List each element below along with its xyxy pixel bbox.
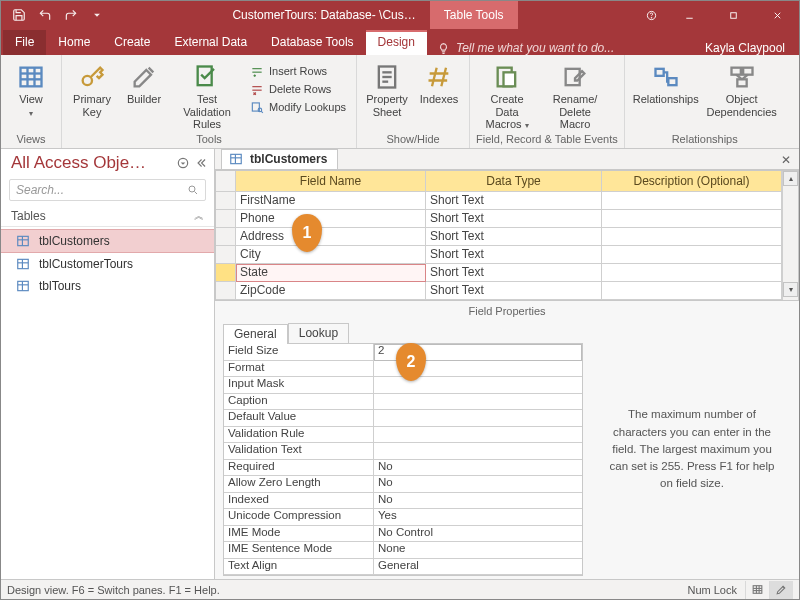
tab-create[interactable]: Create [102,30,162,55]
property-row[interactable]: Allow Zero LengthNo [224,476,582,493]
field-name-cell[interactable]: City [236,246,426,264]
property-value[interactable]: General [374,559,582,576]
object-dependencies-button[interactable]: Object Dependencies [705,61,779,118]
data-type-cell[interactable]: Short Text [426,228,602,246]
rename-delete-macro-button[interactable]: Rename/ Delete Macro [542,61,608,131]
help-icon[interactable] [635,1,667,29]
property-row[interactable]: Unicode CompressionYes [224,509,582,526]
property-row[interactable]: RequiredNo [224,460,582,477]
property-row[interactable]: Default Value [224,410,582,427]
description-cell[interactable] [602,192,782,210]
data-type-cell[interactable]: Short Text [426,282,602,300]
data-type-cell[interactable]: Short Text [426,210,602,228]
property-value[interactable] [374,410,582,427]
create-data-macros-button[interactable]: Create Data Macros ▾ [476,61,538,131]
row-selector[interactable] [216,192,236,210]
field-row[interactable]: FirstNameShort Text [216,192,798,210]
property-row[interactable]: Caption [224,394,582,411]
datasheet-view-icon[interactable] [745,581,769,599]
property-row[interactable]: Validation Rule [224,427,582,444]
row-selector[interactable] [216,246,236,264]
nav-category-tables[interactable]: Tables ︽ [1,207,214,227]
nav-pane-title[interactable]: All Access Obje… [11,153,146,173]
description-cell[interactable] [602,246,782,264]
property-value[interactable] [374,394,582,411]
property-value[interactable] [374,427,582,444]
field-name-cell[interactable]: Address [236,228,426,246]
property-value[interactable]: None [374,542,582,559]
col-data-type[interactable]: Data Type [426,171,602,192]
document-tab[interactable]: tblCustomers [221,149,338,169]
delete-rows-button[interactable]: Delete Rows [246,81,350,97]
nav-table-item[interactable]: tblCustomers [1,229,214,253]
property-value[interactable]: No [374,476,582,493]
undo-icon[interactable] [33,3,57,27]
tab-external-data[interactable]: External Data [162,30,259,55]
design-view-icon[interactable] [769,581,793,599]
tab-database-tools[interactable]: Database Tools [259,30,366,55]
row-selector[interactable] [216,228,236,246]
col-field-name[interactable]: Field Name [236,171,426,192]
nav-collapse-icon[interactable] [194,156,208,170]
modify-lookups-button[interactable]: Modify Lookups [246,99,350,115]
data-type-cell[interactable]: Short Text [426,264,602,282]
tab-file[interactable]: File [3,30,46,55]
property-row[interactable]: IME Sentence ModeNone [224,542,582,559]
property-sheet-button[interactable]: Property Sheet [363,61,411,118]
scroll-up-icon[interactable]: ▴ [783,171,798,186]
tab-home[interactable]: Home [46,30,102,55]
signed-in-user[interactable]: Kayla Claypool [691,41,799,55]
property-row[interactable]: Input Mask [224,377,582,394]
tab-design[interactable]: Design [366,30,427,55]
nav-search-input[interactable]: Search... [9,179,206,201]
field-name-cell[interactable]: ZipCode [236,282,426,300]
property-value[interactable] [374,443,582,460]
property-row[interactable]: IME ModeNo Control [224,526,582,543]
property-value[interactable]: Yes [374,509,582,526]
relationships-icon [652,63,680,91]
close-document-icon[interactable]: ✕ [773,151,799,169]
insert-rows-button[interactable]: Insert Rows [246,63,350,79]
prop-tab-general[interactable]: General [223,324,288,344]
property-value[interactable]: No Control [374,526,582,543]
property-row[interactable]: Validation Text [224,443,582,460]
field-name-cell[interactable]: State [236,264,426,282]
data-type-cell[interactable]: Short Text [426,192,602,210]
save-icon[interactable] [7,3,31,27]
nav-dropdown-icon[interactable] [176,156,190,170]
row-selector[interactable] [216,264,236,282]
data-type-cell[interactable]: Short Text [426,246,602,264]
nav-table-item[interactable]: tblCustomerTours [1,253,214,275]
relationships-button[interactable]: Relationships [631,61,701,106]
col-description[interactable]: Description (Optional) [602,171,782,192]
row-selector[interactable] [216,282,236,300]
minimize-button[interactable] [667,1,711,29]
field-row[interactable]: ZipCodeShort Text▾ [216,282,798,300]
primary-key-button[interactable]: Primary Key [68,61,116,118]
description-cell[interactable] [602,282,782,300]
close-button[interactable] [755,1,799,29]
prop-tab-lookup[interactable]: Lookup [288,323,349,343]
nav-table-item[interactable]: tblTours [1,275,214,297]
field-name-cell[interactable]: FirstName [236,192,426,210]
property-value[interactable]: No [374,460,582,477]
maximize-button[interactable] [711,1,755,29]
property-value[interactable]: No [374,493,582,510]
indexes-button[interactable]: Indexes [415,61,463,106]
redo-icon[interactable] [59,3,83,27]
builder-button[interactable]: Builder [120,61,168,106]
description-cell[interactable] [602,264,782,282]
property-row[interactable]: IndexedNo [224,493,582,510]
field-row[interactable]: StateShort Text [216,264,798,282]
test-validation-rules-button[interactable]: Test Validation Rules [172,61,242,131]
property-row[interactable]: Text AlignGeneral [224,559,582,576]
description-cell[interactable] [602,210,782,228]
field-name-cell[interactable]: Phone [236,210,426,228]
row-selector[interactable] [216,210,236,228]
view-button[interactable]: View▾ [7,61,55,118]
datasheet-view-icon [17,63,45,91]
qat-customize-icon[interactable] [85,3,109,27]
description-cell[interactable] [602,228,782,246]
scroll-down-icon[interactable]: ▾ [783,282,798,297]
tell-me-search[interactable]: Tell me what you want to do... [427,41,691,55]
